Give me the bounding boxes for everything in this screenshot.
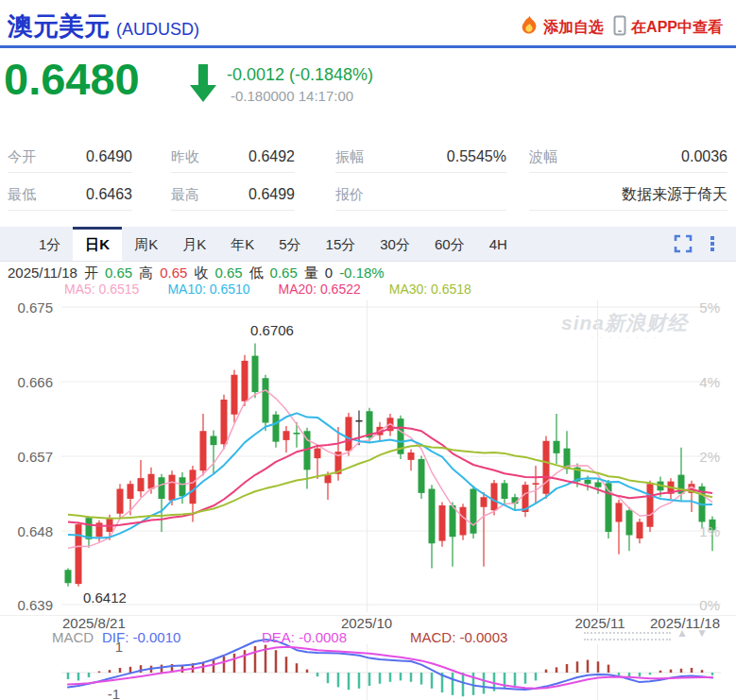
range-label: 波幅 [529,148,557,166]
pct-tick-0: 0% [678,597,720,613]
flame-icon [521,15,539,40]
low-label: 最低 [8,186,36,204]
ohlc-close-value: 0.65 [214,265,242,282]
high-annotation: 0.6706 [242,322,302,338]
symbol-code: (AUDUSD) [116,20,199,40]
macd-tick-neg1: -1 [92,686,120,700]
ohlc-vol-value: 0 [325,265,333,282]
price-tick-0639: 0.639 [6,597,53,613]
prev-close-label: 昨收 [171,148,199,166]
ohlc-change-pct: -0.18% [339,265,385,282]
price-tick-0648: 0.648 [6,523,53,539]
ohlc-date: 2025/11/18 [8,265,77,282]
ma-info-line: MA5: 0.6515 MA10: 0.6510 MA20: 0.6522 MA… [64,282,471,297]
macd-prefix: MACD [52,629,94,645]
ohlc-low-value: 0.65 [270,265,298,282]
add-watchlist-link[interactable]: 添加自选 [521,15,604,40]
last-price: 0.6480 [4,53,140,105]
ohlc-open-label: 开 [84,265,98,282]
open-label: 今开 [8,148,36,166]
ohlc-close-label: 收 [194,265,208,282]
low-value: 0.6463 [86,186,132,203]
ma10-label: MA10: 0.6510 [167,282,249,297]
ohlc-low-label: 低 [249,265,264,282]
cell-quote: 报价 [335,179,506,211]
chart-scroll-handle[interactable] [584,632,671,640]
price-tick-0675: 0.675 [6,299,53,316]
price-tick-0666: 0.666 [6,374,53,390]
macd-tick-1: 1 [94,639,123,655]
cell-range: 波幅 0.0036 [529,142,727,173]
tab-weekly-k[interactable]: 周K [122,227,170,261]
tab-15min[interactable]: 15分 [314,227,368,261]
open-value: 0.6490 [86,148,132,165]
cell-prev-close: 昨收 0.6492 [171,142,295,173]
pct-tick-5: 5% [678,299,720,316]
amplitude-value: 0.5545% [447,148,506,165]
tab-4h[interactable]: 4H [477,227,520,261]
ohlc-info-line: 2025/11/18 开 0.65 高 0.65 收 0.65 低 0.65 量… [8,265,385,282]
pct-tick-1: 1% [678,523,720,539]
high-value: 0.6499 [248,186,295,203]
macd-value-label: MACD: -0.0003 [410,629,507,645]
add-watchlist-label: 添加自选 [543,18,604,38]
price-tick-0657: 0.657 [6,449,53,465]
kline-tabbar: 1分 日K 周K 月K 年K 5分 15分 30分 60分 4H [0,227,736,262]
header-divider [0,45,736,48]
view-in-app-link[interactable]: 在APP中查看 [613,15,723,40]
page-title: 澳元美元 [8,9,110,43]
tab-60min[interactable]: 60分 [422,227,477,261]
ohlc-vol-label: 量 [304,265,318,282]
pct-tick-2: 2% [678,449,720,465]
prev-close-value: 0.6492 [248,148,295,165]
zoom-out-triangle-icon[interactable]: ▼ [696,626,708,640]
high-label: 最高 [171,186,199,204]
view-in-app-label: 在APP中查看 [631,18,723,38]
cell-low: 最低 0.6463 [8,179,132,211]
forex-quote-page: sina新浪财经 · · · · · · · · 澳元美元 (AUDUSD) 添… [0,0,736,700]
ma30-label: MA30: 0.6518 [389,282,471,297]
cell-high: 最高 0.6499 [171,179,295,211]
amplitude-label: 振幅 [335,148,364,166]
tab-1min[interactable]: 1分 [26,227,73,261]
header-links: 添加自选 在APP中查看 [521,15,723,40]
price-change: -0.0012 (-0.1848%) [227,65,373,85]
ma20-label: MA20: 0.6522 [279,282,361,297]
phone-icon [613,15,626,40]
page-header: 澳元美元 (AUDUSD) [8,9,199,43]
ohlc-high-value: 0.65 [160,265,187,282]
tab-30min[interactable]: 30分 [368,227,422,261]
tab-5min[interactable]: 5分 [266,227,313,261]
zoom-in-triangle-icon[interactable]: ▲ [676,626,688,640]
ma5-label: MA5: 0.6515 [64,282,139,297]
ohlc-open-value: 0.65 [105,265,132,282]
pct-tick-4: 4% [678,374,720,390]
tab-daily-k[interactable]: 日K [73,227,122,261]
xdate-nov: 2025/11 [570,615,630,631]
cell-source: 数据来源于倚天 [529,179,727,211]
tabbar-icons [674,234,715,257]
more-options-icon[interactable] [710,234,715,257]
macd-dea-label: DEA: -0.0008 [262,629,347,645]
tab-yearly-k[interactable]: 年K [218,227,266,261]
cell-amplitude: 振幅 0.5545% [335,142,506,173]
price-change-sub: -0.180000 14:17:00 [231,88,353,104]
ohlc-high-label: 高 [139,265,153,282]
data-source: 数据来源于倚天 [622,185,727,205]
price-down-arrow-icon [188,62,218,108]
range-value: 0.0036 [681,148,727,165]
low-annotation: 0.6412 [83,589,127,606]
cell-open: 今开 0.6490 [8,142,132,173]
fullscreen-icon[interactable] [674,234,693,257]
tab-monthly-k[interactable]: 月K [170,227,218,261]
quote-label: 报价 [335,186,364,204]
